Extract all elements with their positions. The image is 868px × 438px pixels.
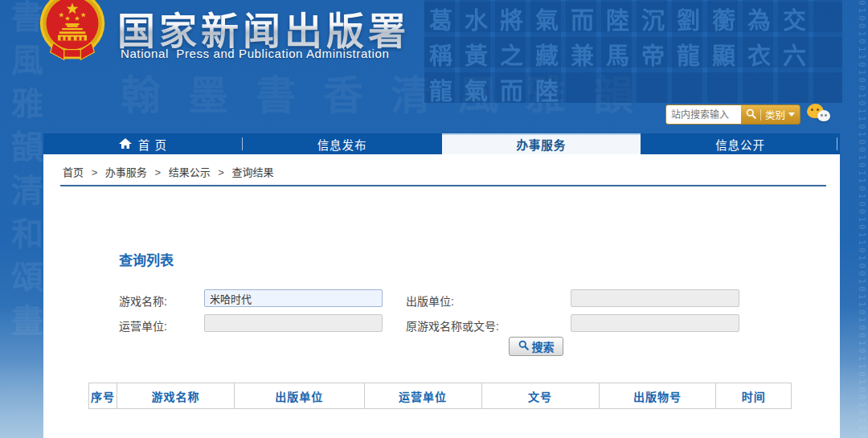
breadcrumb-separator: >: [155, 166, 162, 178]
binary-texture-right: 0100101101001011010010110100101101001011…: [843, 0, 867, 438]
nav-divider: [837, 137, 837, 150]
original-name-or-docnum-label: 原游戏名称或文号:: [406, 317, 499, 334]
col-time: 时间: [716, 383, 792, 409]
breadcrumb-rule: [60, 185, 826, 186]
category-dropdown[interactable]: 类别: [765, 107, 795, 122]
nav-item-label: 首 页: [138, 136, 167, 153]
nav-divider: [242, 137, 243, 150]
col-game-name: 游戏名称: [117, 383, 234, 409]
site-subtitle: National Press and Publication Administr…: [121, 47, 389, 60]
calligraphy-watermark-left: 書風雅韻清和頌畫: [3, 0, 43, 438]
nav-item-home[interactable]: 首 页: [43, 133, 243, 154]
search-icon: [518, 340, 529, 353]
publisher-label: 出版单位:: [406, 293, 454, 309]
original-name-or-docnum-input[interactable]: [571, 314, 739, 332]
game-name-input[interactable]: [204, 289, 383, 307]
search-icon[interactable]: [746, 108, 756, 122]
search-gold-panel: 类别: [741, 105, 800, 124]
col-publisher: 出版单位: [234, 383, 364, 409]
col-index: 序号: [89, 383, 117, 409]
main-nav: 首 页 信息发布 办事服务 信息公开: [43, 133, 840, 154]
operator-label: 运营单位:: [119, 317, 167, 334]
page: 書風雅韻清和頌畫 翰墨書香清風雅韻 葛水將氣而陸沉劉蘅為交稱黃之藏兼馬帝龍顯衣六…: [0, 0, 868, 438]
breadcrumb: 首页 > 办事服务 > 结果公示 > 查询结果: [63, 164, 274, 179]
search-button[interactable]: 搜索: [509, 337, 563, 356]
search-button-label: 搜索: [532, 338, 555, 354]
chevron-down-icon: [788, 113, 795, 117]
results-table: 序号 游戏名称 出版单位 运营单位 文号 出版物号 时间: [88, 383, 792, 409]
seal-tile-pattern: 葛水將氣而陸沉劉蘅為交稱黃之藏兼馬帝龍顯衣六龍氣而陸: [424, 0, 842, 103]
col-publication-number: 出版物号: [599, 383, 716, 409]
game-name-label: 游戏名称:: [119, 293, 167, 309]
wechat-icon[interactable]: [807, 104, 836, 126]
content-panel: 首页 > 办事服务 > 结果公示 > 查询结果 查询列表 游戏名称: 出版单位:…: [43, 154, 840, 438]
publisher-input[interactable]: [571, 289, 739, 307]
seal-tile-characters: 葛水將氣而陸沉劉蘅為交稱黃之藏兼馬帝龍顯衣六龍氣而陸: [424, 0, 842, 103]
breadcrumb-separator: >: [92, 166, 98, 178]
home-icon: [119, 138, 132, 149]
national-emblem-logo[interactable]: [38, 0, 107, 63]
wechat-bubble-small: [817, 110, 830, 121]
table-header-row: 序号 游戏名称 出版单位 运营单位 文号 出版物号 时间: [89, 383, 792, 409]
breadcrumb-query-result: 查询结果: [232, 166, 274, 178]
breadcrumb-home[interactable]: 首页: [63, 166, 84, 178]
page-title: 查询列表: [119, 249, 174, 269]
breadcrumb-results-publicity[interactable]: 结果公示: [169, 166, 211, 178]
col-doc-number: 文号: [481, 383, 599, 409]
operator-input[interactable]: [204, 314, 383, 332]
breadcrumb-separator: >: [218, 166, 224, 178]
col-operator: 运营单位: [364, 383, 481, 409]
site-search: 类别: [665, 104, 800, 125]
category-label: 类别: [765, 107, 785, 122]
breadcrumb-services[interactable]: 办事服务: [105, 166, 147, 178]
nav-item-services[interactable]: 办事服务: [442, 133, 641, 154]
national-emblem-icon: [38, 0, 107, 62]
nav-item-info-disclosure[interactable]: 信息公开: [641, 133, 840, 154]
divider: [760, 109, 761, 121]
search-input[interactable]: [666, 105, 741, 124]
nav-item-info-release[interactable]: 信息发布: [243, 133, 442, 154]
